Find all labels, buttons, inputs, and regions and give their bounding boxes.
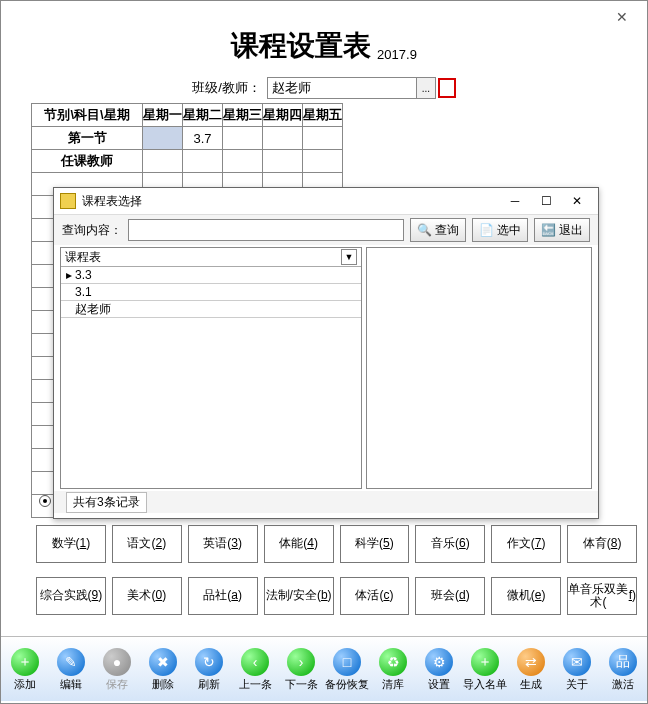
col-header: 星期四 [263,104,303,127]
col-header: 星期二 [183,104,223,127]
toolbar-导入名单[interactable]: ＋导入名单 [463,646,507,692]
subject-button[interactable]: 体能(4) [264,525,334,563]
schedule-cell[interactable] [303,150,343,173]
dialog-minimize-button[interactable]: ─ [500,191,530,211]
toolbar-icon: ↻ [195,648,223,676]
toolbar-激活[interactable]: 品激活 [601,646,645,692]
toolbar-生成[interactable]: ⇄生成 [509,646,553,692]
toolbar-label: 备份恢复 [325,677,369,692]
toolbar-备份恢复[interactable]: □备份恢复 [325,646,369,692]
subject-button[interactable]: 综合实践(9) [36,577,106,615]
row-label: 任课教师 [32,150,143,173]
toolbar-label: 生成 [520,677,542,692]
toolbar-设置[interactable]: ⚙设置 [417,646,461,692]
toolbar-删除[interactable]: ✖删除 [141,646,185,692]
toolbar-清库[interactable]: ♻清库 [371,646,415,692]
subject-button[interactable]: 体育(8) [567,525,637,563]
page-title: 课程设置表 [231,27,371,65]
schedule-cell[interactable]: 3.7 [183,127,223,150]
toolbar-关于[interactable]: ✉关于 [555,646,599,692]
col-header: 星期三 [223,104,263,127]
list-header[interactable]: 课程表 ▼ [61,248,361,267]
table-row: 任课教师 [32,150,343,173]
bottom-toolbar: ＋添加✎编辑●保存✖删除↻刷新‹上一条›下一条□备份恢复♻清库⚙设置＋导入名单⇄… [1,636,647,701]
toolbar-icon: ⇄ [517,648,545,676]
dialog-maximize-button[interactable]: ☐ [531,191,561,211]
exit-icon: 🔙 [541,223,556,237]
toolbar-label: 关于 [566,677,588,692]
toolbar-label: 上一条 [239,677,272,692]
toolbar-icon: ⚙ [425,648,453,676]
query-button[interactable]: 🔍查询 [410,218,466,242]
dialog-close-button[interactable]: ✕ [562,191,592,211]
subject-button[interactable]: 美术(0) [112,577,182,615]
subject-button[interactable]: 微机(e) [491,577,561,615]
search-input[interactable] [128,219,404,241]
status-text: 共有3条记录 [66,492,147,513]
list-item[interactable]: ▸3.3 [61,267,361,284]
schedule-cell[interactable] [183,150,223,173]
toolbar-icon: ✎ [57,648,85,676]
subject-button[interactable]: 数学(1) [36,525,106,563]
schedule-cell[interactable] [263,127,303,150]
window-close-button[interactable]: ✕ [607,7,637,27]
page-title-row: 课程设置表 2017.9 [1,27,647,65]
subject-button[interactable]: 语文(2) [112,525,182,563]
search-icon: 🔍 [417,223,432,237]
toolbar-icon: ♻ [379,648,407,676]
subject-button[interactable]: 体活(c) [340,577,410,615]
toolbar-label: 保存 [106,677,128,692]
schedule-cell[interactable] [263,150,303,173]
subject-button[interactable]: 音乐(6) [415,525,485,563]
toolbar-label: 清库 [382,677,404,692]
toolbar-label: 删除 [152,677,174,692]
teacher-selector-row: 班级/教师： ... [1,77,647,99]
subject-button[interactable]: 单音乐双美术(f) [567,577,637,615]
exit-button[interactable]: 🔙退出 [534,218,590,242]
dialog-status-bar: 共有3条记录 [54,491,598,513]
toolbar-编辑[interactable]: ✎编辑 [49,646,93,692]
toolbar-刷新[interactable]: ↻刷新 [187,646,231,692]
teacher-input[interactable] [267,77,417,99]
page-subtitle: 2017.9 [377,47,417,62]
schedule-cell[interactable] [223,127,263,150]
toolbar-下一条[interactable]: ›下一条 [279,646,323,692]
toolbar-label: 刷新 [198,677,220,692]
list-item[interactable]: 赵老师 [61,301,361,318]
col-header: 节别\科目\星期 [32,104,143,127]
dialog-search-row: 查询内容： 🔍查询 📄选中 🔙退出 [54,215,598,245]
toolbar-保存: ●保存 [95,646,139,692]
course-list: 课程表 ▼ ▸3.3 3.1 赵老师 [60,247,362,489]
subject-button[interactable]: 法制/安全(b) [264,577,334,615]
subject-button[interactable]: 班会(d) [415,577,485,615]
list-item[interactable]: 3.1 [61,284,361,301]
mode-radio[interactable] [39,495,51,507]
toolbar-icon: ✉ [563,648,591,676]
dropdown-icon[interactable]: ▼ [341,249,357,265]
schedule-cell[interactable] [223,150,263,173]
select-button[interactable]: 📄选中 [472,218,528,242]
table-header-row: 节别\科目\星期 星期一 星期二 星期三 星期四 星期五 [32,104,343,127]
subject-button[interactable]: 英语(3) [188,525,258,563]
toolbar-添加[interactable]: ＋添加 [3,646,47,692]
schedule-cell[interactable] [143,150,183,173]
subject-button[interactable]: 品社(a) [188,577,258,615]
toolbar-label: 激活 [612,677,634,692]
schedule-cell[interactable] [143,127,183,150]
toolbar-label: 添加 [14,677,36,692]
toolbar-上一条[interactable]: ‹上一条 [233,646,277,692]
toolbar-label: 编辑 [60,677,82,692]
subject-button[interactable]: 作文(7) [491,525,561,563]
row-marker-icon: ▸ [65,268,73,282]
table-row: 第一节 3.7 [32,127,343,150]
teacher-label: 班级/教师： [192,79,261,97]
dialog-titlebar[interactable]: 课程表选择 ─ ☐ ✕ [54,188,598,215]
teacher-browse-button[interactable]: ... [417,77,436,99]
highlight-marker [438,78,456,98]
schedule-cell[interactable] [303,127,343,150]
subject-row-1: 数学(1)语文(2)英语(3)体能(4)科学(5)音乐(6)作文(7)体育(8) [36,525,637,563]
search-label: 查询内容： [62,222,122,239]
subject-button[interactable]: 科学(5) [340,525,410,563]
row-label: 第一节 [32,127,143,150]
toolbar-icon: ‹ [241,648,269,676]
